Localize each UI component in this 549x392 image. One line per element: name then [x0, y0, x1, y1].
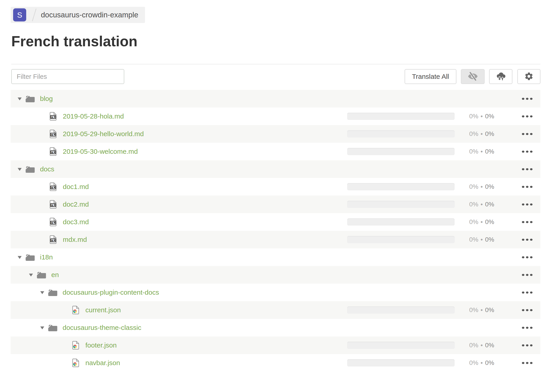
tree-row-footer.json[interactable]: footer.json 0% • 0%: [11, 336, 540, 354]
tree-row-docs[interactable]: docs: [11, 160, 540, 178]
file-link-2019-05-30-welcome.md[interactable]: 2019-05-30-welcome.md: [63, 148, 138, 155]
file-link-navbar.json[interactable]: navbar.json: [86, 359, 120, 367]
tree-row-i18n[interactable]: i18n: [11, 248, 540, 266]
file-link-current.json[interactable]: current.json: [86, 306, 121, 314]
collapse-triangle-icon[interactable]: [18, 168, 22, 171]
folder-link-docusaurus-theme-classic[interactable]: docusaurus-theme-classic: [63, 324, 141, 331]
folder-link-docusaurus-plugin-content-docs[interactable]: docusaurus-plugin-content-docs: [63, 289, 159, 296]
row-menu-button[interactable]: [520, 107, 534, 125]
tree-row-blog[interactable]: blog: [11, 90, 540, 107]
markdown-file-icon: [50, 147, 57, 156]
progress-percentages: 0% • 0%: [463, 301, 501, 319]
progress-bar: [347, 306, 455, 314]
progress-bar: [347, 359, 455, 366]
collapse-triangle-icon[interactable]: [40, 291, 44, 294]
markdown-file-icon: [50, 218, 57, 226]
file-link-2019-05-29-hello-world.md[interactable]: 2019-05-29-hello-world.md: [63, 130, 144, 138]
row-menu-button[interactable]: [520, 354, 534, 372]
tree-row-docusaurus-theme-classic[interactable]: docusaurus-theme-classic: [11, 319, 540, 336]
ellipsis-icon: [522, 98, 524, 100]
row-menu-button[interactable]: [520, 301, 534, 319]
ellipsis-icon: [522, 168, 524, 170]
row-menu-button[interactable]: [520, 284, 534, 301]
file-link-footer.json[interactable]: footer.json: [86, 341, 117, 349]
percent-separator: •: [481, 113, 483, 120]
row-menu-button[interactable]: [520, 336, 534, 354]
row-menu-button[interactable]: [520, 143, 534, 160]
filter-files-input[interactable]: [11, 69, 124, 84]
tree-row-doc3.md[interactable]: doc3.md 0% • 0%: [11, 213, 540, 231]
collapse-triangle-icon[interactable]: [40, 326, 44, 329]
tree-row-doc2.md[interactable]: doc2.md 0% • 0%: [11, 196, 540, 213]
file-link-mdx.md[interactable]: mdx.md: [63, 236, 87, 243]
collapse-triangle-icon[interactable]: [18, 256, 22, 259]
json-file-icon: [72, 341, 79, 350]
page-title: French translation: [11, 34, 137, 49]
tree-row-2019-05-30-welcome.md[interactable]: 2019-05-30-welcome.md 0% • 0%: [11, 143, 540, 160]
folder-icon: [48, 324, 57, 331]
progress-percentages: 0% • 0%: [463, 213, 501, 231]
translated-percent: 0%: [469, 306, 478, 314]
folder-icon: [26, 166, 35, 173]
progress-percentages: 0% • 0%: [463, 125, 501, 143]
file-tree: blog 2019-05-28-hola.md 0% • 0% 2019-05-…: [11, 90, 540, 372]
approved-percent: 0%: [485, 113, 494, 120]
row-menu-button[interactable]: [520, 248, 534, 266]
progress-bar: [347, 201, 455, 208]
approved-percent: 0%: [485, 201, 494, 208]
collapse-triangle-icon[interactable]: [29, 273, 33, 276]
row-menu-button[interactable]: [520, 125, 534, 143]
row-menu-button[interactable]: [520, 266, 534, 284]
breadcrumb: S docusaurus-crowdin-example: [11, 7, 145, 23]
tree-row-mdx.md[interactable]: mdx.md 0% • 0%: [11, 231, 540, 248]
file-link-2019-05-28-hola.md[interactable]: 2019-05-28-hola.md: [63, 112, 124, 120]
ellipsis-icon: [522, 292, 524, 294]
percent-separator: •: [481, 130, 483, 138]
markdown-file-icon: [50, 182, 57, 191]
ellipsis-icon: [522, 274, 524, 276]
tree-row-doc1.md[interactable]: doc1.md 0% • 0%: [11, 178, 540, 196]
row-menu-button[interactable]: [520, 90, 534, 107]
progress-percentages: 0% • 0%: [463, 143, 501, 160]
percent-separator: •: [481, 218, 483, 226]
file-link-doc2.md[interactable]: doc2.md: [63, 201, 89, 208]
section-divider: [11, 64, 540, 64]
breadcrumb-separator: [32, 9, 37, 21]
markdown-file-icon: [50, 200, 57, 209]
collapse-triangle-icon[interactable]: [18, 97, 22, 100]
ellipsis-icon: [522, 309, 524, 311]
folder-link-docs[interactable]: docs: [40, 165, 54, 173]
file-link-doc3.md[interactable]: doc3.md: [63, 218, 89, 226]
row-menu-button[interactable]: [520, 231, 534, 248]
tree-row-en[interactable]: en: [11, 266, 540, 284]
translated-percent: 0%: [469, 130, 478, 138]
row-menu-button[interactable]: [520, 160, 534, 178]
ellipsis-icon: [522, 256, 524, 258]
translate-all-button[interactable]: Translate All: [405, 69, 456, 84]
approved-percent: 0%: [485, 148, 494, 155]
row-menu-button[interactable]: [520, 319, 534, 336]
organization-badge[interactable]: S: [13, 8, 26, 21]
settings-button[interactable]: [517, 69, 540, 84]
percent-separator: •: [481, 236, 483, 243]
tree-row-current.json[interactable]: current.json 0% • 0%: [11, 301, 540, 319]
folder-link-blog[interactable]: blog: [40, 95, 53, 103]
toggle-hidden-files-button[interactable]: [461, 69, 485, 84]
tree-row-docusaurus-plugin-content-docs[interactable]: docusaurus-plugin-content-docs: [11, 284, 540, 301]
tree-row-2019-05-29-hello-world.md[interactable]: 2019-05-29-hello-world.md 0% • 0%: [11, 125, 540, 143]
progress-bar: [347, 183, 455, 190]
row-menu-button[interactable]: [520, 213, 534, 231]
tree-row-navbar.json[interactable]: navbar.json 0% • 0%: [11, 354, 540, 372]
row-menu-button[interactable]: [520, 196, 534, 213]
row-menu-button[interactable]: [520, 178, 534, 196]
folder-link-en[interactable]: en: [51, 271, 59, 279]
ellipsis-icon: [522, 133, 524, 135]
breadcrumb-project-link[interactable]: docusaurus-crowdin-example: [41, 11, 138, 19]
sync-files-button[interactable]: [489, 69, 512, 84]
folder-link-i18n[interactable]: i18n: [40, 253, 53, 261]
toolbar: Translate All: [0, 69, 549, 84]
translated-percent: 0%: [469, 218, 478, 226]
percent-separator: •: [481, 148, 483, 155]
file-link-doc1.md[interactable]: doc1.md: [63, 183, 89, 191]
tree-row-2019-05-28-hola.md[interactable]: 2019-05-28-hola.md 0% • 0%: [11, 107, 540, 125]
